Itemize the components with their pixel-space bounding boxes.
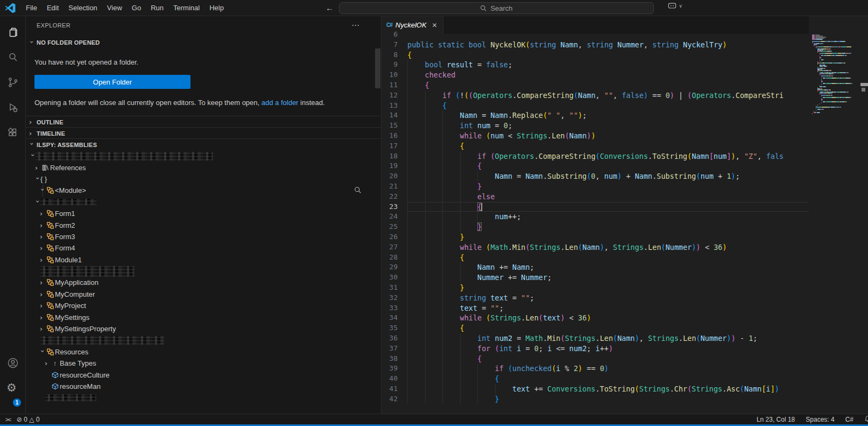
- code-line-31[interactable]: 31}: [382, 283, 809, 293]
- tree-item-form3[interactable]: ›Form3: [26, 231, 381, 242]
- code-line-13[interactable]: 13{: [382, 101, 809, 111]
- code-line-16[interactable]: 16while (num < Strings.Len(Namn)): [382, 131, 809, 141]
- tree-item-mycomputer[interactable]: ›MyComputer: [26, 289, 381, 300]
- cursor-position[interactable]: Ln 23, Col 18: [757, 416, 795, 423]
- code-line-23[interactable]: 23{: [382, 202, 809, 212]
- tree-item-myapplication[interactable]: ›MyApplication: [26, 277, 381, 288]
- code-line-30[interactable]: 30Nummer += Nummer;: [382, 273, 809, 283]
- tree-item-module1[interactable]: ›Module1: [26, 254, 381, 266]
- tree-search-action-icon[interactable]: [354, 186, 362, 195]
- menu-item-view[interactable]: View: [102, 0, 127, 16]
- copilot-chevron-icon[interactable]: ∨: [679, 3, 682, 9]
- tree-item-resourceman[interactable]: resourceMan: [26, 381, 381, 392]
- tree-item-form4[interactable]: ›Form4: [26, 242, 381, 254]
- indentation-setting[interactable]: Spaces: 4: [806, 416, 834, 423]
- line-number: 14: [382, 110, 398, 121]
- search-view-icon[interactable]: [6, 51, 19, 64]
- code-line-38[interactable]: 38{: [382, 354, 809, 364]
- code-line-32[interactable]: 32string text = "";: [382, 293, 809, 303]
- section-timeline[interactable]: › TIMELINE: [26, 127, 381, 139]
- code-line-15[interactable]: 15int num = 0;: [382, 121, 809, 131]
- tree-item-redacted[interactable]: [26, 392, 381, 403]
- code-line-35[interactable]: 35{: [382, 323, 809, 333]
- explorer-icon[interactable]: [6, 26, 19, 39]
- tree-item-references[interactable]: ›References: [26, 162, 381, 173]
- settings-gear-icon[interactable]: ⚙: [6, 381, 19, 394]
- tree-item-resources[interactable]: ›Resources: [26, 346, 381, 358]
- menu-item-go[interactable]: Go: [127, 0, 146, 16]
- tree-item-mysettingsproperty[interactable]: ›MySettingsProperty: [26, 323, 381, 334]
- tree-item-redacted[interactable]: [26, 266, 381, 277]
- menu-item-selection[interactable]: Selection: [63, 0, 102, 16]
- code-line-22[interactable]: 22else: [382, 192, 809, 202]
- section-no-folder-opened[interactable]: › NO FOLDER OPENED: [26, 37, 381, 48]
- extensions-icon[interactable]: [6, 127, 19, 139]
- code-line-24[interactable]: 24num++;: [382, 212, 809, 222]
- line-number: 41: [382, 384, 398, 394]
- tree-item-redacted[interactable]: [26, 334, 381, 346]
- code-line-text: {: [407, 202, 809, 212]
- code-line-26[interactable]: 26}: [382, 232, 809, 242]
- code-line-11[interactable]: 11{: [382, 80, 809, 90]
- tree-item-[interactable]: ›{ }: [26, 173, 381, 185]
- code-line-25[interactable]: 25}: [382, 222, 809, 232]
- code-line-34[interactable]: 34while (Strings.Len(text) < 36): [382, 313, 809, 323]
- tree-item-resourceculture[interactable]: resourceCulture: [26, 369, 381, 380]
- code-line-20[interactable]: 20Namn = Namn.Substring(0, num) + Namn.S…: [382, 171, 809, 181]
- code-line-39[interactable]: 39if (unchecked(i % 2) == 0): [382, 364, 809, 374]
- code-line-7[interactable]: 7public static bool NyckelOK(string Namn…: [382, 40, 809, 50]
- tree-item-mysettings[interactable]: ›MySettings: [26, 311, 381, 323]
- code-line-33[interactable]: 33text = "";: [382, 303, 809, 313]
- tree-item-redacted[interactable]: ›: [26, 197, 381, 208]
- tree-item-basetypes[interactable]: ›↑Base Types: [26, 358, 381, 369]
- code-line-14[interactable]: 14Namn = Namn.Replace(" ", "");: [382, 110, 809, 121]
- code-line-17[interactable]: 17{: [382, 141, 809, 151]
- code-editor[interactable]: 67public static bool NyckelOK(string Nam…: [382, 30, 809, 414]
- code-line-12[interactable]: 12if (!((Operators.CompareString(Namn, "…: [382, 90, 809, 101]
- code-line-41[interactable]: 41text += Conversions.ToString(Strings.C…: [382, 384, 809, 394]
- code-line-8[interactable]: 8{: [382, 50, 809, 60]
- notifications-bell-icon[interactable]: [864, 415, 868, 424]
- code-line-text: if (Operators.CompareString(Conversions.…: [407, 151, 809, 162]
- menu-item-help[interactable]: Help: [204, 0, 229, 16]
- sidebar-scrollbar[interactable]: [375, 48, 380, 88]
- tree-item-myproject[interactable]: ›MyProject: [26, 300, 381, 311]
- menu-item-terminal[interactable]: Terminal: [168, 0, 204, 16]
- code-line-37[interactable]: 37for (int i = 0; i <= num2; i++): [382, 344, 809, 354]
- source-control-icon[interactable]: [6, 76, 19, 89]
- tree-item-form1[interactable]: ›Form1: [26, 208, 381, 219]
- menu-item-file[interactable]: File: [21, 0, 42, 16]
- code-line-29[interactable]: 29Namn += Namn;: [382, 262, 809, 273]
- account-icon[interactable]: [6, 357, 19, 369]
- code-line-42[interactable]: 42}: [382, 394, 809, 404]
- section-outline[interactable]: › OUTLINE: [26, 116, 381, 128]
- tab-close-icon[interactable]: ✕: [432, 22, 437, 29]
- code-line-21[interactable]: 21}: [382, 181, 809, 192]
- code-line-36[interactable]: 36int num2 = Math.Min(Strings.Len(Namn),…: [382, 333, 809, 344]
- open-folder-button[interactable]: Open Folder: [34, 75, 190, 89]
- menu-item-run[interactable]: Run: [146, 0, 168, 16]
- code-line-28[interactable]: 28{: [382, 253, 809, 263]
- run-debug-icon[interactable]: [6, 101, 19, 114]
- global-search-input[interactable]: Search: [339, 2, 654, 14]
- language-mode[interactable]: C#: [845, 416, 853, 423]
- add-folder-link[interactable]: add a folder: [262, 99, 299, 107]
- tree-item-redacted[interactable]: ›: [26, 150, 381, 162]
- minimap[interactable]: [809, 16, 868, 414]
- tree-item-form2[interactable]: ›Form2: [26, 219, 381, 231]
- code-line-19[interactable]: 19{: [382, 161, 809, 171]
- code-line-27[interactable]: 27while (Math.Min(Strings.Len(Namn), Str…: [382, 242, 809, 253]
- code-line-10[interactable]: 10checked: [382, 70, 809, 80]
- copilot-icon[interactable]: [667, 2, 677, 10]
- tree-item-module[interactable]: ›<Module>: [26, 185, 381, 196]
- explorer-more-actions-icon[interactable]: ⋯: [351, 20, 359, 30]
- code-line-18[interactable]: 18if (Operators.CompareString(Conversion…: [382, 151, 809, 162]
- problems-indicator[interactable]: ⊘ 0 △ 0: [17, 416, 40, 423]
- nav-back-icon[interactable]: ←: [326, 3, 334, 12]
- remote-indicator-icon[interactable]: ><: [5, 416, 10, 423]
- menu-item-edit[interactable]: Edit: [42, 0, 63, 16]
- code-line-6[interactable]: 6: [382, 30, 809, 40]
- code-line-40[interactable]: 40{: [382, 374, 809, 384]
- section-ilspy-assemblies[interactable]: › ILSPY: ASSEMBLIES: [26, 138, 381, 150]
- code-line-9[interactable]: 9bool result = false;: [382, 60, 809, 70]
